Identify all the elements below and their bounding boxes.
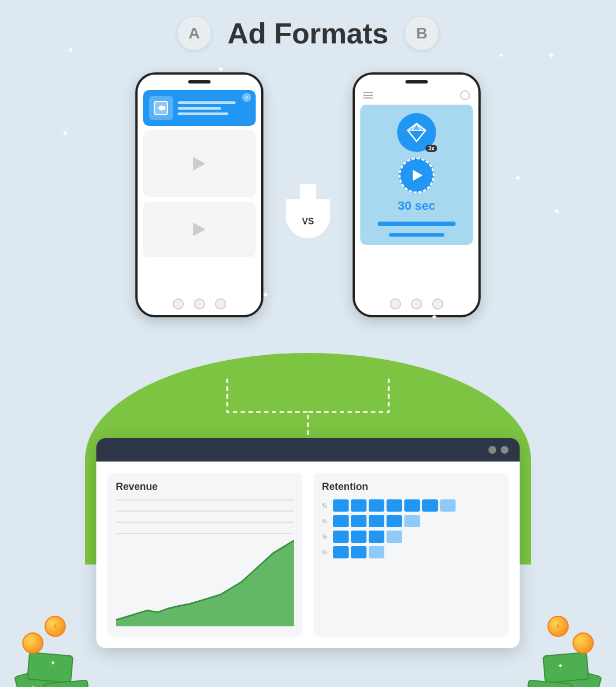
- phone-btn-6: [432, 298, 443, 310]
- coin-1: [22, 632, 43, 654]
- svg-marker-8: [116, 541, 294, 626]
- duration-label: 30 sec: [398, 199, 435, 213]
- retention-title: Retention: [322, 481, 500, 493]
- retention-row-4: %: [322, 546, 500, 558]
- dashboard-header: [96, 438, 520, 462]
- video-play-circle: [399, 158, 434, 193]
- phone-a-banner-ad: ×: [143, 90, 256, 126]
- phone-btn-5: [411, 298, 422, 310]
- analytics-dashboard: Revenue Retention: [96, 438, 520, 648]
- badge-a: A: [178, 17, 211, 50]
- play-icon-white: [413, 170, 423, 181]
- ad-icon-box: [149, 96, 173, 120]
- connector-lines: [155, 379, 461, 445]
- money-bill-2: [27, 652, 74, 684]
- phone-a: ×: [135, 72, 263, 317]
- sparkle-9: ✦: [514, 173, 521, 183]
- retention-grid: % %: [322, 499, 500, 558]
- phone-b: 3x 30 sec: [353, 72, 481, 317]
- retention-row-3: %: [322, 531, 500, 543]
- sparkle-2: ✦: [217, 64, 224, 75]
- sparkle-5: ✦: [239, 256, 247, 267]
- sparkle-6: ✦: [262, 289, 269, 300]
- sparkle-3: ✦: [497, 50, 505, 61]
- svg-marker-3: [408, 124, 426, 130]
- dash-dot-2: [501, 446, 509, 454]
- header: A Ad Formats B: [0, 17, 616, 50]
- coin-2: $: [45, 616, 66, 637]
- phone-a-card-2: [143, 202, 256, 257]
- sparkle-1: ✦: [67, 45, 74, 55]
- revenue-panel: Revenue: [107, 473, 302, 637]
- hamburger-icon: [363, 92, 373, 99]
- sparkle-11: ✦: [553, 206, 560, 217]
- ad-bar-1: [378, 222, 456, 226]
- phone-btn-2: [194, 298, 205, 310]
- page-title: Ad Formats: [228, 17, 389, 50]
- ad-text-lines: [178, 101, 250, 115]
- circle-button: [460, 90, 470, 100]
- bill-star-2: ✦: [31, 684, 35, 687]
- dashboard-body: Revenue Retention: [96, 462, 520, 648]
- play-icon-2: [193, 223, 206, 236]
- ad-bar-2: [389, 233, 444, 237]
- phone-btn-1: [173, 298, 184, 310]
- rewarded-ad-content: 3x 30 sec: [360, 105, 473, 245]
- coin-3: [573, 632, 594, 654]
- vs-flask-container: VS: [286, 184, 330, 238]
- money-bill-5: [542, 652, 589, 684]
- phone-b-topbar: [360, 90, 473, 100]
- badge-b: B: [405, 17, 438, 50]
- retention-panel: Retention % %: [314, 473, 509, 637]
- close-button[interactable]: ×: [242, 93, 251, 102]
- sparkle-8: ✦: [453, 78, 460, 89]
- vs-label: VS: [302, 217, 314, 227]
- bill-star-1: ✦: [50, 659, 56, 667]
- arrow-box-icon: [153, 100, 169, 116]
- sparkle-10: ✦: [61, 128, 69, 139]
- revenue-chart-svg: [116, 537, 294, 626]
- diamond-icon-circle: 3x: [397, 113, 436, 152]
- phone-btn-4: [390, 298, 401, 310]
- multiplier-badge: 3x: [426, 145, 437, 152]
- diamond-icon: [405, 121, 428, 144]
- phone-a-bottom: [138, 298, 261, 310]
- phone-a-card-1: [143, 130, 256, 197]
- flask-bowl: VS: [286, 199, 330, 238]
- dash-dot-1: [488, 446, 496, 454]
- play-icon-1: [193, 157, 206, 170]
- retention-row-1: %: [322, 499, 500, 512]
- bill-star-3: ✦: [558, 662, 563, 670]
- flask-neck: [300, 184, 316, 199]
- sparkle-4: ✦: [547, 50, 555, 61]
- sparkle-7: ✦: [431, 312, 438, 322]
- coin-4: $: [547, 616, 569, 637]
- retention-row-2: %: [322, 515, 500, 527]
- phone-btn-3: [215, 298, 226, 310]
- phone-b-bottom: [355, 298, 478, 310]
- revenue-title: Revenue: [116, 481, 294, 493]
- flask-icon: VS: [286, 184, 330, 238]
